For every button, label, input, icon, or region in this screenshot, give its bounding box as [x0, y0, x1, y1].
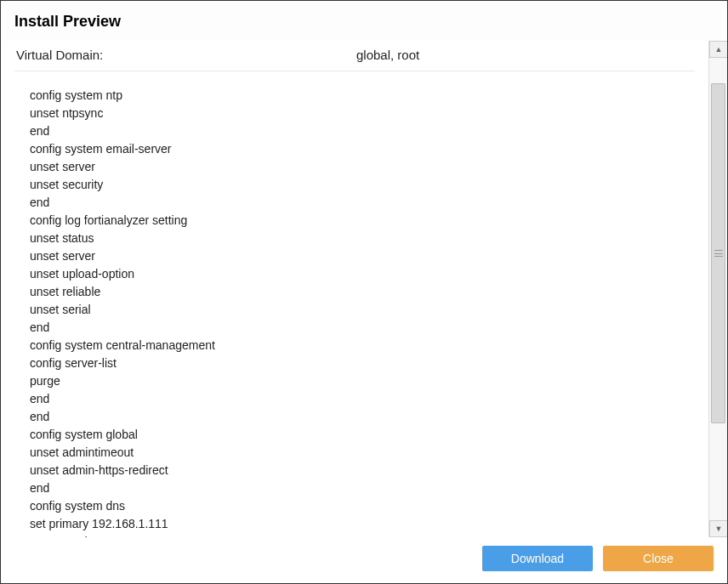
config-line: unset reliable [30, 283, 695, 301]
config-line: unset ntpsync [30, 105, 695, 122]
config-line: config system central-management [30, 337, 695, 354]
scrollbar-grip-icon [714, 250, 723, 257]
virtual-domain-value: global, root [356, 48, 693, 62]
config-line: purge [30, 372, 695, 390]
config-line: config log fortianalyzer setting [30, 212, 695, 230]
config-line: unset serial [30, 301, 695, 319]
chevron-down-icon: ▼ [715, 524, 723, 533]
config-line: unset security [30, 176, 695, 194]
install-preview-dialog: Install Preview Virtual Domain: global, … [0, 0, 728, 584]
dialog-title: Install Preview [14, 13, 714, 31]
config-line: end [30, 194, 695, 212]
config-line: config server-list [30, 354, 695, 372]
dialog-footer: Download Close [1, 537, 727, 583]
config-line: config system global [30, 426, 695, 444]
config-line: set primary 192.168.1.111 [30, 515, 695, 533]
config-line: end [30, 319, 695, 337]
chevron-up-icon: ▲ [715, 45, 723, 54]
config-line: end [30, 122, 695, 140]
config-line: unset server [30, 158, 695, 176]
scrollbar-thumb[interactable] [711, 83, 725, 423]
config-line: end [30, 408, 695, 426]
dialog-header: Install Preview [1, 1, 727, 41]
config-line: unset admintimeout [30, 444, 695, 462]
config-line: unset server [30, 247, 695, 265]
close-button[interactable]: Close [603, 546, 714, 571]
download-button[interactable]: Download [482, 546, 593, 571]
scroll-up-button[interactable]: ▲ [709, 41, 727, 58]
config-line: config system dns [30, 497, 695, 515]
config-line: end [30, 390, 695, 408]
config-line: unset admin-https-redirect [30, 462, 695, 479]
scroll-down-button[interactable]: ▼ [709, 520, 727, 537]
config-line: unset upload-option [30, 265, 695, 283]
config-line: unset status [30, 230, 695, 247]
vertical-scrollbar[interactable]: ▲ ▼ [708, 41, 727, 537]
config-line: config system email-server [30, 140, 695, 158]
dialog-body: Virtual Domain: global, root config syst… [1, 41, 727, 537]
config-line: end [30, 479, 695, 497]
scrollbar-track[interactable] [709, 58, 727, 520]
virtual-domain-row: Virtual Domain: global, root [14, 41, 695, 71]
virtual-domain-label: Virtual Domain: [16, 48, 356, 62]
config-line: config system ntp [30, 87, 695, 105]
config-output: config system ntpunset ntpsyncendconfig … [14, 71, 695, 537]
config-line: set secondary 192.168.1.112 [30, 533, 695, 537]
content-area: Virtual Domain: global, root config syst… [1, 41, 708, 537]
